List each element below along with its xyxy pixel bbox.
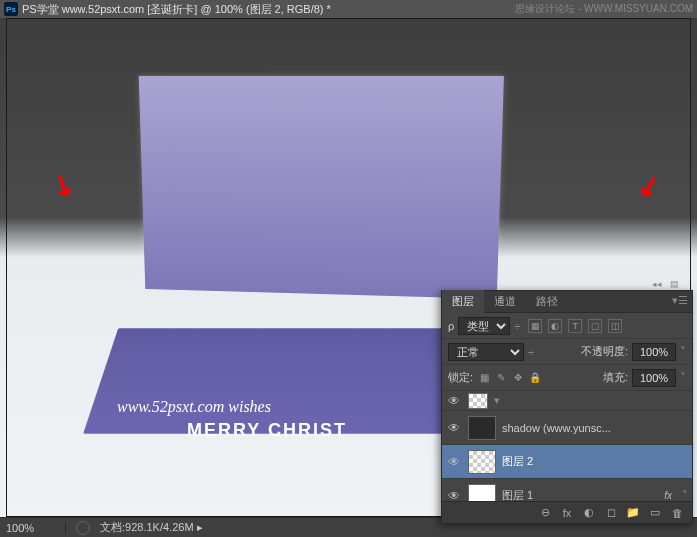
layer-name[interactable]: 图层 1 [502,488,658,501]
layers-panel: ◂◂ ▤ 图层 通道 路径 ▾☰ ρ 类型 ÷ ▦ ◐ T ▢ ◫ 正常 ÷ 不… [441,290,693,524]
annotation-arrow-left: ↘ [46,166,81,206]
lock-transparency-icon[interactable]: ▦ [477,371,491,385]
title-bar: Ps PS学堂 www.52psxt.com [圣诞折卡] @ 100% (图层… [0,0,697,18]
watermark: 思缘设计论坛 - WWW.MISSYUAN.COM [515,2,693,16]
status-icon[interactable] [76,521,90,535]
lock-all-icon[interactable]: 🔒 [528,371,542,385]
lock-position-icon[interactable]: ✥ [511,371,525,385]
collapse-icon[interactable]: ◂◂ [652,279,666,289]
lock-image-icon[interactable]: ✎ [494,371,508,385]
visibility-eye-icon[interactable]: 👁 [446,488,462,502]
visibility-eye-icon[interactable]: 👁 [446,393,462,409]
layer-item[interactable]: 👁 图层 2 [442,445,692,479]
layer-thumbnail[interactable] [468,484,496,502]
filter-adjust-icon[interactable]: ◐ [548,319,562,333]
lock-label: 锁定: [448,370,473,385]
visibility-eye-icon[interactable]: 👁 [446,454,462,470]
panel-tabs: 图层 通道 路径 ▾☰ [442,291,692,313]
blend-mode-select[interactable]: 正常 [448,343,524,361]
tab-channels[interactable]: 通道 [484,290,526,313]
lock-row: 锁定: ▦ ✎ ✥ 🔒 填充: ˅ [442,365,692,391]
ps-logo: Ps [4,2,18,16]
layer-name[interactable]: shadow (www.yunsc... [502,422,688,434]
panel-footer: ⊖ fx ◐ ◻ 📁 ▭ 🗑 [442,501,692,523]
layer-thumbnail[interactable] [468,450,496,474]
layer-thumbnail[interactable] [468,416,496,440]
filter-pixel-icon[interactable]: ▦ [528,319,542,333]
chevron-right-icon: ▸ [197,521,203,533]
chevron-down-icon[interactable]: ˅ [682,489,688,501]
chevron-down-icon[interactable]: ˅ [680,345,686,358]
adjustment-icon[interactable]: ◻ [604,506,618,520]
link-layers-icon[interactable]: ⊖ [538,506,552,520]
chevron-down-icon: ÷ [528,346,534,358]
visibility-eye-icon[interactable]: 👁 [446,420,462,436]
trash-icon[interactable]: 🗑 [670,506,684,520]
blend-row: 正常 ÷ 不透明度: ˅ [442,339,692,365]
fill-label: 填充: [603,370,628,385]
layer-item[interactable]: 👁 图层 1 fx ˅ [442,479,692,501]
filter-kind-icon[interactable]: ρ [448,320,454,332]
panel-menu-icon[interactable]: ▤ [670,279,684,289]
filter-type-icon[interactable]: T [568,319,582,333]
chevron-down-icon[interactable]: ˅ [680,371,686,384]
opacity-input[interactable] [632,343,676,361]
layer-item[interactable]: 👁 shadow (www.yunsc... [442,411,692,445]
card-text-line2: MERRY CHRIST [187,420,347,441]
new-layer-icon[interactable]: ▭ [648,506,662,520]
annotation-arrow-right: ↙ [633,167,664,205]
card-text-line1: www.52psxt.com wishes [117,398,271,416]
layer-thumbnail[interactable] [468,393,488,409]
group-icon[interactable]: 📁 [626,506,640,520]
filter-type-select[interactable]: 类型 [458,317,510,335]
filter-row: ρ 类型 ÷ ▦ ◐ T ▢ ◫ [442,313,692,339]
tab-layers[interactable]: 图层 [442,290,484,313]
zoom-level[interactable]: 100% [6,522,66,534]
layer-item[interactable]: 👁 ▾ [442,391,692,411]
fx-icon[interactable]: fx [560,506,574,520]
fill-input[interactable] [632,369,676,387]
chevron-down-icon[interactable]: ▾ [494,394,500,407]
layer-fx-badge[interactable]: fx [664,490,676,501]
layer-name[interactable]: 图层 2 [502,454,688,469]
doc-size[interactable]: 文档:928.1K/4.26M ▸ [100,520,203,535]
tab-paths[interactable]: 路径 [526,290,568,313]
document-title: PS学堂 www.52psxt.com [圣诞折卡] @ 100% (图层 2,… [22,2,331,17]
mask-icon[interactable]: ◐ [582,506,596,520]
panel-options-icon[interactable]: ▾☰ [672,294,688,307]
chevron-down-icon: ÷ [514,320,520,332]
filter-shape-icon[interactable]: ▢ [588,319,602,333]
opacity-label: 不透明度: [581,344,628,359]
filter-smart-icon[interactable]: ◫ [608,319,622,333]
layers-list: 👁 ▾ 👁 shadow (www.yunsc... 👁 图层 2 👁 图层 1… [442,391,692,501]
